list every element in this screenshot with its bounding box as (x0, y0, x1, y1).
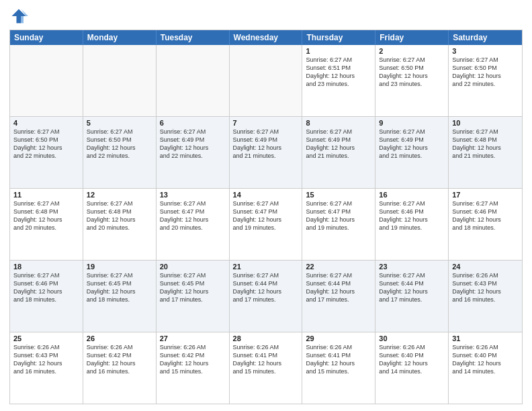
calendar-cell: 28Sunrise: 6:26 AM Sunset: 6:41 PM Dayli… (230, 332, 303, 404)
day-info: Sunrise: 6:27 AM Sunset: 6:44 PM Dayligh… (233, 271, 299, 304)
day-info: Sunrise: 6:27 AM Sunset: 6:45 PM Dayligh… (160, 271, 226, 304)
day-info: Sunrise: 6:27 AM Sunset: 6:44 PM Dayligh… (306, 271, 371, 304)
day-info: Sunrise: 6:27 AM Sunset: 6:48 PM Dayligh… (13, 199, 79, 232)
calendar-cell: 15Sunrise: 6:27 AM Sunset: 6:47 PM Dayli… (302, 189, 375, 260)
day-info: Sunrise: 6:26 AM Sunset: 6:41 PM Dayligh… (306, 343, 371, 376)
day-info: Sunrise: 6:27 AM Sunset: 6:44 PM Dayligh… (379, 271, 445, 304)
day-info: Sunrise: 6:27 AM Sunset: 6:46 PM Dayligh… (379, 199, 445, 232)
page: SundayMondayTuesdayWednesdayThursdayFrid… (0, 0, 532, 411)
day-info: Sunrise: 6:27 AM Sunset: 6:47 PM Dayligh… (233, 199, 299, 232)
day-number: 30 (379, 334, 445, 342)
day-number: 2 (379, 47, 445, 55)
day-info: Sunrise: 6:26 AM Sunset: 6:40 PM Dayligh… (452, 343, 519, 376)
calendar-cell: 29Sunrise: 6:26 AM Sunset: 6:41 PM Dayli… (302, 332, 375, 404)
calendar-row: 4Sunrise: 6:27 AM Sunset: 6:50 PM Daylig… (10, 116, 522, 188)
calendar-cell: 12Sunrise: 6:27 AM Sunset: 6:48 PM Dayli… (83, 189, 157, 260)
day-number: 13 (160, 191, 226, 199)
day-number: 12 (87, 191, 152, 199)
calendar-cell: 3Sunrise: 6:27 AM Sunset: 6:50 PM Daylig… (449, 45, 522, 116)
day-info: Sunrise: 6:27 AM Sunset: 6:49 PM Dayligh… (233, 128, 299, 161)
day-number: 11 (13, 191, 79, 199)
weekday-header: Monday (83, 30, 157, 45)
day-number: 9 (379, 119, 445, 127)
day-number: 26 (87, 334, 152, 342)
day-info: Sunrise: 6:27 AM Sunset: 6:50 PM Dayligh… (87, 128, 152, 161)
calendar-cell: 5Sunrise: 6:27 AM Sunset: 6:50 PM Daylig… (83, 117, 157, 188)
day-number: 14 (233, 191, 299, 199)
day-number: 10 (452, 119, 519, 127)
day-number: 16 (379, 191, 445, 199)
day-info: Sunrise: 6:27 AM Sunset: 6:50 PM Dayligh… (379, 56, 445, 89)
day-info: Sunrise: 6:26 AM Sunset: 6:43 PM Dayligh… (452, 271, 519, 304)
day-info: Sunrise: 6:26 AM Sunset: 6:42 PM Dayligh… (160, 343, 226, 376)
calendar-cell: 26Sunrise: 6:26 AM Sunset: 6:42 PM Dayli… (83, 332, 157, 404)
calendar-cell: 21Sunrise: 6:27 AM Sunset: 6:44 PM Dayli… (230, 261, 303, 332)
weekday-header: Tuesday (157, 30, 230, 45)
calendar-cell: 30Sunrise: 6:26 AM Sunset: 6:40 PM Dayli… (375, 332, 449, 404)
calendar-cell: 8Sunrise: 6:27 AM Sunset: 6:49 PM Daylig… (302, 117, 375, 188)
day-info: Sunrise: 6:27 AM Sunset: 6:47 PM Dayligh… (160, 199, 226, 232)
day-info: Sunrise: 6:27 AM Sunset: 6:48 PM Dayligh… (452, 128, 519, 161)
calendar-cell: 19Sunrise: 6:27 AM Sunset: 6:45 PM Dayli… (83, 261, 157, 332)
day-number: 5 (87, 119, 152, 127)
calendar-row: 11Sunrise: 6:27 AM Sunset: 6:48 PM Dayli… (10, 188, 522, 260)
weekday-header: Sunday (10, 30, 83, 45)
day-info: Sunrise: 6:26 AM Sunset: 6:42 PM Dayligh… (87, 343, 152, 376)
calendar-header: SundayMondayTuesdayWednesdayThursdayFrid… (10, 30, 522, 45)
day-number: 28 (233, 334, 299, 342)
day-info: Sunrise: 6:27 AM Sunset: 6:49 PM Dayligh… (160, 128, 226, 161)
day-number: 3 (452, 47, 519, 55)
day-number: 29 (306, 334, 371, 342)
day-number: 19 (87, 263, 152, 271)
weekday-header: Saturday (449, 30, 522, 45)
calendar-cell: 9Sunrise: 6:27 AM Sunset: 6:49 PM Daylig… (375, 117, 449, 188)
day-info: Sunrise: 6:27 AM Sunset: 6:45 PM Dayligh… (87, 271, 152, 304)
calendar-cell: 27Sunrise: 6:26 AM Sunset: 6:42 PM Dayli… (157, 332, 230, 404)
calendar: SundayMondayTuesdayWednesdayThursdayFrid… (9, 30, 523, 404)
day-info: Sunrise: 6:27 AM Sunset: 6:51 PM Dayligh… (306, 56, 371, 89)
calendar-cell: 6Sunrise: 6:27 AM Sunset: 6:49 PM Daylig… (157, 117, 230, 188)
calendar-cell: 2Sunrise: 6:27 AM Sunset: 6:50 PM Daylig… (375, 45, 449, 116)
weekday-header: Friday (375, 30, 449, 45)
calendar-cell: 18Sunrise: 6:27 AM Sunset: 6:46 PM Dayli… (10, 261, 83, 332)
day-number: 8 (306, 119, 371, 127)
calendar-cell: 1Sunrise: 6:27 AM Sunset: 6:51 PM Daylig… (302, 45, 375, 116)
logo-icon (9, 7, 28, 26)
day-number: 25 (13, 334, 79, 342)
calendar-cell: 4Sunrise: 6:27 AM Sunset: 6:50 PM Daylig… (10, 117, 83, 188)
calendar-cell: 10Sunrise: 6:27 AM Sunset: 6:48 PM Dayli… (449, 117, 522, 188)
svg-marker-0 (12, 9, 26, 24)
day-number: 24 (452, 263, 519, 271)
day-number: 1 (306, 47, 371, 55)
calendar-cell: 23Sunrise: 6:27 AM Sunset: 6:44 PM Dayli… (375, 261, 449, 332)
calendar-body: 1Sunrise: 6:27 AM Sunset: 6:51 PM Daylig… (10, 45, 522, 404)
calendar-row: 18Sunrise: 6:27 AM Sunset: 6:46 PM Dayli… (10, 260, 522, 332)
calendar-cell: 7Sunrise: 6:27 AM Sunset: 6:49 PM Daylig… (230, 117, 303, 188)
calendar-cell (157, 45, 230, 116)
calendar-cell: 20Sunrise: 6:27 AM Sunset: 6:45 PM Dayli… (157, 261, 230, 332)
calendar-cell: 16Sunrise: 6:27 AM Sunset: 6:46 PM Dayli… (375, 189, 449, 260)
day-number: 27 (160, 334, 226, 342)
day-info: Sunrise: 6:26 AM Sunset: 6:40 PM Dayligh… (379, 343, 445, 376)
weekday-header: Wednesday (230, 30, 303, 45)
calendar-cell (230, 45, 303, 116)
day-number: 7 (233, 119, 299, 127)
day-number: 22 (306, 263, 371, 271)
calendar-cell: 11Sunrise: 6:27 AM Sunset: 6:48 PM Dayli… (10, 189, 83, 260)
weekday-header: Thursday (302, 30, 375, 45)
calendar-cell (83, 45, 157, 116)
calendar-cell (10, 45, 83, 116)
day-info: Sunrise: 6:27 AM Sunset: 6:46 PM Dayligh… (452, 199, 519, 232)
day-info: Sunrise: 6:26 AM Sunset: 6:43 PM Dayligh… (13, 343, 79, 376)
day-number: 21 (233, 263, 299, 271)
day-number: 23 (379, 263, 445, 271)
day-info: Sunrise: 6:27 AM Sunset: 6:50 PM Dayligh… (13, 128, 79, 161)
day-info: Sunrise: 6:27 AM Sunset: 6:46 PM Dayligh… (13, 271, 79, 304)
calendar-cell: 31Sunrise: 6:26 AM Sunset: 6:40 PM Dayli… (449, 332, 522, 404)
calendar-row: 1Sunrise: 6:27 AM Sunset: 6:51 PM Daylig… (10, 45, 522, 116)
logo (9, 7, 31, 26)
calendar-cell: 25Sunrise: 6:26 AM Sunset: 6:43 PM Dayli… (10, 332, 83, 404)
calendar-cell: 22Sunrise: 6:27 AM Sunset: 6:44 PM Dayli… (302, 261, 375, 332)
day-info: Sunrise: 6:27 AM Sunset: 6:49 PM Dayligh… (306, 128, 371, 161)
day-info: Sunrise: 6:27 AM Sunset: 6:48 PM Dayligh… (87, 199, 152, 232)
